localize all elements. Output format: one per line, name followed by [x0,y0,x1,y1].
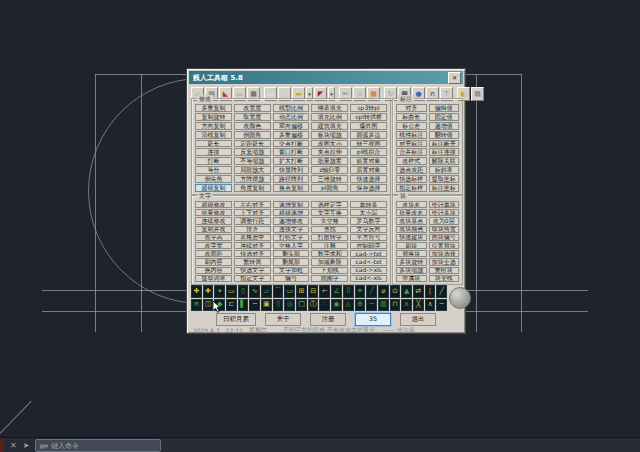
strip-icon[interactable]: ← [319,285,330,298]
strip-icon[interactable]: ▣ [261,299,272,312]
tool-button[interactable]: z轴归零 [311,166,348,174]
tool-button[interactable]: 不等缩放 [234,157,271,165]
strip-icon[interactable]: ─ [249,299,260,312]
tool-button[interactable]: 翻转值 [429,131,460,139]
strip-icon[interactable]: ◎ [284,299,295,312]
strip-icon[interactable]: ❘ [425,285,436,298]
tool-button[interactable]: 动态比例 [273,113,310,121]
tool-button[interactable]: 图块编号 [429,234,460,241]
footer-button-1[interactable]: 日积月累 [216,313,256,326]
tool-button[interactable]: 表格居中 [234,234,271,241]
tool-button[interactable]: 批量改名 [396,209,427,216]
strip-icon[interactable]: ≋ [191,299,202,312]
close-button[interactable]: ✕ [448,72,461,84]
strip-icon[interactable]: ⊕ [355,299,366,312]
tool-button[interactable]: 建筑填充 [311,122,348,130]
tool-button[interactable]: 标曲长 [396,113,427,121]
tool-button[interactable]: 编号 [273,275,310,282]
customize-icon[interactable]: ➤ [23,441,30,450]
tool-button[interactable]: 标注连接 [429,148,460,156]
tool-button[interactable]: 超级递增 [273,209,310,216]
tool-button[interactable]: 路径阵列 [273,175,310,183]
tool-button[interactable]: 重组块 [429,267,460,274]
tool-button[interactable]: 平方符号 [350,234,387,241]
strip-icon[interactable]: ✚ [191,285,202,298]
tool-button[interactable]: 定距延长 [234,140,271,148]
tool-button[interactable]: 快选标样 [396,175,427,183]
strip-icon[interactable]: ∧ [425,299,436,312]
tool-button[interactable]: 标斜率 [429,166,460,174]
tool-button[interactable]: sp3转pl [350,104,387,112]
strip-icon[interactable]: ⌖ [214,285,225,298]
tool-button[interactable]: 数字求和 [311,250,348,257]
tool-button[interactable]: 打组文字 [273,234,310,241]
tool-button[interactable]: 复制旋转 [195,113,232,121]
tool-button[interactable]: 空格入字 [273,242,310,249]
tool-button[interactable]: 爆炸图 [350,122,387,130]
tool-button[interactable]: 延长 [195,140,232,148]
tool-button[interactable]: 加减乘除 [311,258,348,265]
tool-button[interactable]: 多重复制 [195,104,232,112]
tool-button[interactable]: 提取坐标 [429,175,460,183]
tool-button[interactable]: 选样定字 [311,201,348,208]
command-input[interactable]: ▤▾ 键入命令 [35,439,161,452]
tool-button[interactable]: 改块名 [396,201,427,208]
tool-button[interactable]: 快速建块 [396,234,427,241]
tool-button[interactable]: 改块颜色 [396,226,427,233]
tool-button[interactable]: 批量修改 [195,209,232,216]
tool-button[interactable]: 窗口打断 [273,148,310,156]
strip-icon[interactable]: □ [296,299,307,312]
strip-icon[interactable]: ⇄ [413,285,424,298]
tool-button[interactable]: 连续对齐 [234,242,271,249]
tool-button[interactable]: spl转拱桥 [350,113,387,121]
tool-button[interactable]: cad<-xls [350,275,387,282]
dialog-titlebar[interactable]: 贱人工具箱 5.8 ✕ [189,71,463,84]
tool-button[interactable]: 固定值 [429,113,460,121]
tool-button[interactable]: 块变线 [429,275,460,282]
tool-button[interactable]: 繁转简 [234,258,271,265]
tool-button[interactable]: 标公差 [396,122,427,130]
tool-button[interactable]: 单转多 [350,201,387,208]
tool-button[interactable]: 多重偏移 [273,131,310,139]
strip-icon[interactable]: ▭ [284,285,295,298]
tool-button[interactable]: 夹点拉伸 [311,148,348,156]
tool-button[interactable]: 三维旋转 [311,175,348,183]
tool-button[interactable]: 改块基点 [396,217,427,224]
strip-icon[interactable]: ⊙ [390,285,401,298]
strip-icon[interactable]: ▭ [226,285,237,298]
tool-button[interactable]: 提取词率 [195,275,232,282]
strip-icon[interactable]: ⊟ [308,285,319,298]
tool-button[interactable]: 线性标注 [396,131,427,139]
tool-button[interactable]: 带属块 [396,275,427,282]
tool-button[interactable]: 双向偏移 [273,122,310,130]
tool-button[interactable]: 超级修改 [195,201,232,208]
tool-button[interactable]: 改图大小 [311,140,348,148]
tool-button[interactable]: 转三视图 [350,140,387,148]
tool-button[interactable]: 对齐 [396,104,427,112]
tool-button[interactable]: 继承填充 [311,104,348,112]
tool-button[interactable]: 刷内容 [195,258,232,265]
strip-icon[interactable]: ╱ [366,285,377,298]
strip-icon[interactable]: ╳ [413,299,424,312]
strip-icon[interactable]: Ⓣ [308,299,319,312]
strip-icon[interactable]: ✳ [355,285,366,298]
tool-button[interactable]: 文字反向 [350,226,387,233]
tool-button[interactable]: 换点复制 [273,184,310,192]
tool-button[interactable]: 线型比例 [273,104,310,112]
tool-button[interactable]: 倒圆角 [234,131,271,139]
tool-button[interactable]: 方向复制 [195,122,232,130]
strip-icon[interactable]: ▌ [238,299,249,312]
footer-button-2[interactable]: 关于 [265,313,301,326]
tool-button[interactable]: 上下对齐 [234,209,271,216]
tool-button[interactable]: 连接文字 [273,226,310,233]
tool-button[interactable]: 板块缩放 [311,131,348,139]
strip-icon[interactable]: ◫ [203,299,214,312]
strip-icon[interactable]: ▥ [378,299,389,312]
tool-button[interactable]: 改样式 [396,157,427,165]
tool-button[interactable]: 等分 [195,166,232,174]
tool-button[interactable]: 下划线 [311,267,348,274]
tool-button[interactable]: 编辑值 [429,104,460,112]
tool-button[interactable]: 大小写 [350,209,387,216]
tool-button[interactable]: 控制码字 [350,242,387,249]
close-command-icon[interactable]: ✕ [10,441,17,450]
